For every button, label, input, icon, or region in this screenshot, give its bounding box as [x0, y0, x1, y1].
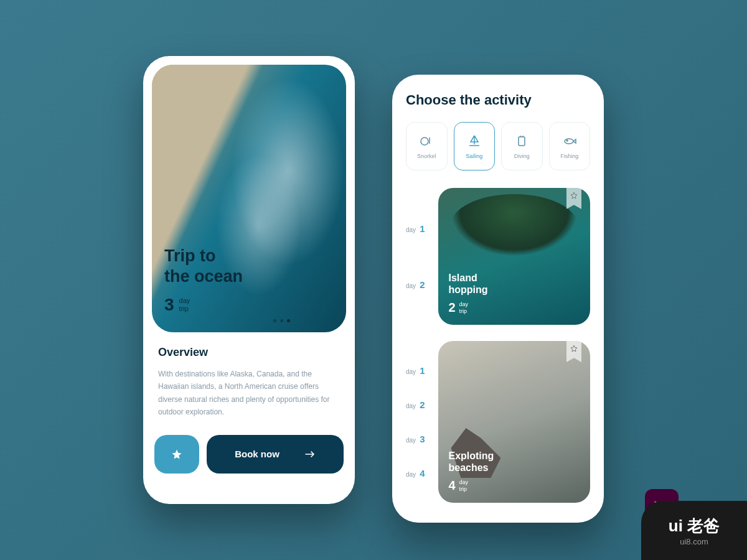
hero-title-line1: Trip to	[164, 246, 243, 266]
choose-activity-title: Choose the activity	[406, 92, 590, 108]
card-content: Island hopping 2 day trip	[448, 272, 487, 315]
trip-row: day 1 day 2 Island hopping 2	[406, 188, 590, 325]
dot[interactable]	[280, 319, 283, 322]
action-row: Book now	[152, 435, 346, 474]
ui8-sub-text: ui8.com	[680, 537, 708, 546]
activity-label: Sailing	[466, 153, 482, 159]
bookmark-icon[interactable]	[566, 341, 581, 362]
favorite-button[interactable]	[154, 435, 199, 474]
hero-day-count: 3	[164, 295, 174, 315]
card-title: Island hopping	[448, 272, 487, 296]
activity-fishing[interactable]: Fishing	[549, 122, 591, 170]
trip-card-island-hopping[interactable]: Island hopping 2 day trip	[438, 188, 590, 325]
bookmark-icon[interactable]	[566, 188, 581, 209]
activity-label: Snorkel	[417, 153, 436, 159]
day-item[interactable]: day 2	[406, 399, 425, 410]
overview-body: With destinations like Alaska, Canada, a…	[158, 368, 340, 419]
card-subtitle: 2 day trip	[448, 301, 487, 315]
snorkel-icon	[418, 133, 435, 149]
hero-day-unit: day trip	[179, 297, 190, 313]
hero-content: Trip to the ocean 3 day trip	[164, 246, 243, 315]
hero-image: Trip to the ocean 3 day trip	[152, 65, 346, 332]
activity-label: Diving	[514, 153, 530, 159]
activity-sailing[interactable]: Sailing	[454, 122, 496, 170]
phone-activity-list: Choose the activity Snorkel Sailing Divi…	[392, 75, 604, 523]
card-subtitle: 4 day trip	[448, 478, 494, 493]
phone-trip-detail: Trip to the ocean 3 day trip Overview Wi…	[143, 56, 355, 504]
arrow-right-icon	[304, 450, 316, 458]
hero-subtitle: 3 day trip	[164, 295, 243, 315]
activity-label: Fishing	[560, 153, 578, 159]
star-icon	[171, 449, 182, 460]
ui8-badge: ui 老爸 ui8.com	[641, 501, 747, 560]
svg-rect-1	[519, 137, 525, 146]
day-item[interactable]: day 2	[406, 279, 425, 290]
sailing-icon	[466, 133, 482, 149]
hero-title: Trip to the ocean	[164, 246, 243, 286]
activity-diving[interactable]: Diving	[501, 122, 543, 170]
card-title: Exploting beaches	[448, 450, 494, 474]
trip-card-exploring-beaches[interactable]: Exploting beaches 4 day trip	[438, 341, 590, 503]
dot-active[interactable]	[287, 319, 290, 322]
island-art	[451, 194, 578, 256]
overview-section: Overview With destinations like Alaska, …	[152, 332, 346, 419]
fishing-icon	[561, 133, 578, 149]
carousel-dots[interactable]	[273, 319, 290, 322]
trip-row: day 1 day 2 day 3 day 4 Explo	[406, 341, 590, 503]
dot[interactable]	[273, 319, 276, 322]
activity-tabs: Snorkel Sailing Diving Fishing	[406, 122, 590, 170]
day-column: day 1 day 2 day 3 day 4	[406, 341, 425, 503]
svg-point-3	[566, 140, 568, 141]
hero-title-line2: the ocean	[164, 266, 243, 286]
book-label: Book now	[235, 449, 280, 459]
card-content: Exploting beaches 4 day trip	[448, 450, 494, 493]
ui8-main-text: ui 老爸	[669, 515, 720, 537]
day-item[interactable]: day 1	[406, 223, 425, 234]
day-item[interactable]: day 3	[406, 434, 425, 444]
day-item[interactable]: day 4	[406, 468, 425, 478]
svg-point-2	[565, 139, 573, 144]
book-now-button[interactable]: Book now	[207, 435, 344, 474]
diving-icon	[514, 133, 530, 149]
overview-heading: Overview	[158, 346, 340, 359]
day-item[interactable]: day 1	[406, 365, 425, 376]
activity-snorkel[interactable]: Snorkel	[406, 122, 448, 170]
day-column: day 1 day 2	[406, 188, 425, 325]
svg-point-0	[421, 138, 428, 145]
